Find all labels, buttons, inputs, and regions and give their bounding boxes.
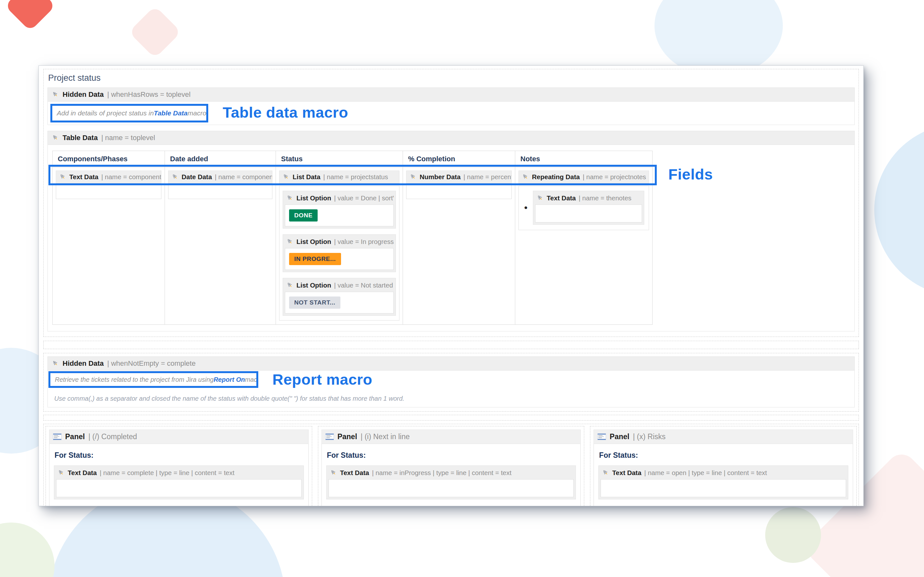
decor-green-circle-bottom: [765, 507, 821, 563]
macro-name: Panel: [65, 432, 85, 441]
list-options-container: List Option | value = Done | sortV DONE: [279, 186, 399, 321]
annotation-label-report-macro: Report macro: [272, 371, 373, 388]
text-data-macro[interactable]: Text Data | name = inProgress | type = l…: [326, 466, 576, 500]
list-option-macro[interactable]: List Option | value = Done | sortV DONE: [283, 191, 396, 229]
status-lozenge-in-progress: IN PROGRE...: [289, 253, 341, 265]
project-status-template-card: Project status Hidden Data | whenHasRows…: [39, 65, 864, 506]
note-text: Add in details of project status in: [57, 109, 153, 117]
for-status-label: For Status:: [327, 451, 576, 460]
macro-params: | name = complete | type = line | conten…: [100, 469, 234, 477]
repeating-data-container: • Text Data | name = thenotes: [519, 186, 649, 230]
rocket-icon: [52, 134, 59, 142]
decor-blue-circle-right: [874, 123, 924, 297]
decor-green-circle-corner: [0, 522, 55, 577]
annotation-label-table-data-macro: Table data macro: [223, 103, 348, 121]
macro-name: Panel: [610, 432, 629, 441]
notes-text-input[interactable]: [535, 205, 642, 222]
macro-params: | (x) Risks: [633, 432, 666, 441]
macro-name: Text Data: [340, 469, 369, 477]
comma-tip-text: Use comma(,) as a separator and closed t…: [54, 395, 404, 402]
layout-separator: [43, 415, 859, 421]
table-data-macro-bar[interactable]: Table Data | name = toplevel: [47, 131, 855, 145]
macro-params: | whenNotEmpty = complete: [107, 359, 195, 367]
macro-params: | (/) Completed: [88, 432, 137, 441]
macro-name: Hidden Data: [63, 359, 103, 367]
panel-icon: [598, 434, 606, 440]
status-names-input[interactable]: [328, 479, 574, 497]
macro-params: | name = inProgress | type = line | cont…: [372, 469, 511, 477]
section-report: Hidden Data | whenNotEmpty = complete Re…: [43, 353, 859, 412]
rocket-icon: [286, 282, 294, 289]
hidden-data-macro-body: Add in details of project status in Tabl…: [47, 102, 855, 125]
date-data-input[interactable]: [168, 183, 272, 199]
list-bullet: •: [519, 202, 533, 213]
section-top-level: Project status Hidden Data | whenHasRows…: [43, 69, 859, 337]
macro-params: | name = thenotes: [579, 194, 632, 202]
macro-name: List Option: [296, 194, 331, 202]
macro-name: Table Data: [63, 134, 98, 142]
panel-column-completed: Panel | (/) Completed For Status: Text D…: [45, 426, 312, 506]
macro-params: | value = In progress: [334, 238, 394, 245]
status-lozenge-done: DONE: [289, 210, 318, 221]
notes-text-data-macro[interactable]: Text Data | name = thenotes: [533, 191, 644, 225]
macro-name: Text Data: [547, 194, 576, 202]
panel-macro-bar[interactable]: Panel | (i) Next in line: [321, 430, 581, 444]
panel-column-risks: Panel | (x) Risks For Status: Text Data …: [590, 426, 857, 506]
page-title: Project status: [48, 73, 855, 83]
panel-icon: [53, 434, 61, 440]
rocket-icon: [536, 195, 544, 202]
status-lozenge-not-started: NOT START...: [289, 297, 341, 309]
macro-name: List Option: [296, 282, 331, 289]
annotation-label-fields: Fields: [668, 165, 713, 183]
panel-macro-bar[interactable]: Panel | (/) Completed: [49, 430, 309, 444]
decor-salmon-diamond: [5, 0, 55, 31]
rocket-icon: [57, 469, 65, 477]
macro-params: | name = open | type = line | content = …: [644, 469, 767, 477]
list-option-macro[interactable]: List Option | value = Not started NOT ST…: [283, 278, 396, 316]
table-fields-row: Text Data | name = component Date Dat: [53, 167, 653, 325]
panel-column-next-in-line: Panel | (i) Next in line For Status: Tex…: [318, 426, 585, 506]
table-data-macro-body: Components/Phases Date added Status % Co…: [47, 145, 855, 332]
annotation-box-report: Retrieve the tickets related to the proj…: [48, 371, 258, 388]
decor-pink-diamond-top: [129, 6, 181, 58]
rocket-icon: [52, 91, 59, 98]
for-status-label: For Status:: [55, 451, 304, 460]
macro-params: | (i) Next in line: [360, 432, 410, 441]
note-text-suffix: macro.: [245, 376, 258, 384]
text-data-input[interactable]: [56, 183, 162, 199]
rocket-icon: [286, 195, 294, 202]
section-panels: Panel | (/) Completed For Status: Text D…: [43, 424, 859, 506]
macro-name: Hidden Data: [63, 90, 103, 99]
annotation-box-table-data: Add in details of project status in Tabl…: [50, 104, 208, 122]
macro-params: | value = Done | sortV: [334, 194, 394, 202]
macro-name: List Option: [296, 238, 331, 245]
status-names-input[interactable]: [601, 479, 846, 497]
macro-name: Panel: [338, 432, 357, 441]
layout-separator: [43, 341, 859, 349]
hidden-data-macro-bar[interactable]: Hidden Data | whenHasRows = toplevel: [47, 87, 855, 102]
text-data-macro[interactable]: Text Data | name = complete | type = lin…: [54, 466, 304, 500]
number-data-input[interactable]: [406, 183, 512, 199]
macro-params: | whenHasRows = toplevel: [107, 90, 190, 99]
report-on-link[interactable]: Report On: [214, 376, 245, 384]
table-data-link[interactable]: Table Data: [153, 109, 187, 117]
note-text: Retrieve the tickets related to the proj…: [55, 376, 214, 384]
panel-icon: [325, 434, 334, 440]
hidden-data-2-macro-bar[interactable]: Hidden Data | whenNotEmpty = complete: [47, 356, 855, 371]
hidden-data-2-macro-body: Retrieve the tickets related to the proj…: [47, 371, 855, 408]
macro-name: Text Data: [68, 469, 97, 477]
text-data-macro[interactable]: Text Data | name = open | type = line | …: [598, 466, 848, 500]
rocket-icon: [330, 469, 337, 477]
rocket-icon: [602, 469, 609, 477]
status-names-input[interactable]: [56, 479, 302, 497]
note-text-suffix: macro.: [188, 109, 208, 117]
rocket-icon: [52, 360, 59, 367]
macro-params: | value = Not started: [334, 282, 393, 289]
macro-name: Text Data: [612, 469, 641, 477]
rocket-icon: [286, 238, 294, 245]
panel-macro-bar[interactable]: Panel | (x) Risks: [594, 430, 853, 444]
annotation-box-fields: [48, 165, 657, 185]
macro-params: | name = toplevel: [102, 134, 155, 142]
for-status-label: For Status:: [599, 451, 848, 460]
list-option-macro[interactable]: List Option | value = In progress IN PRO…: [283, 234, 396, 272]
